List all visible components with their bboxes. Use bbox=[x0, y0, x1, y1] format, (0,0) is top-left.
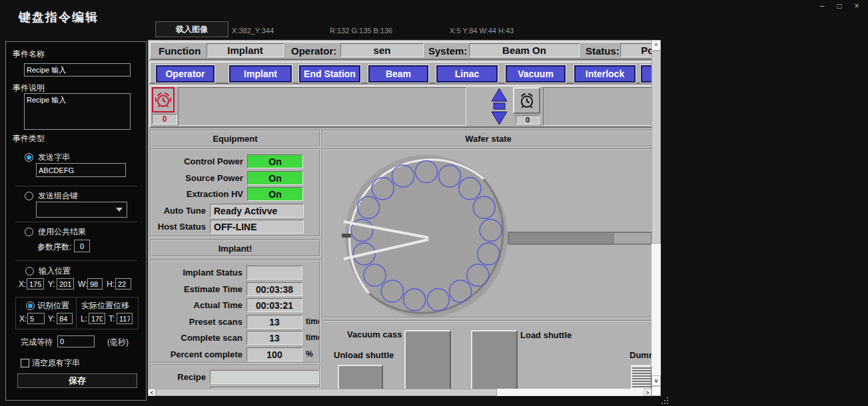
function-label: Function bbox=[159, 45, 201, 57]
alarm-button-right[interactable] bbox=[513, 87, 540, 114]
nav-button-operator[interactable]: Operator bbox=[156, 65, 215, 83]
wafer-state-panel bbox=[322, 148, 651, 318]
wait-input[interactable] bbox=[57, 335, 95, 347]
recog-pos-radio[interactable] bbox=[26, 302, 35, 310]
nav-button-end-station[interactable]: End Station bbox=[299, 65, 360, 83]
actual-offset-label: 实际位置位移 bbox=[81, 300, 129, 311]
scroll-up-button[interactable]: ^ bbox=[651, 40, 661, 51]
recipe-panel: Recipe bbox=[150, 365, 320, 389]
recog-pos-x[interactable] bbox=[27, 313, 45, 324]
alarm-count-left: 0 bbox=[152, 114, 177, 124]
cursor-position-readout: X:382_Y:344 bbox=[232, 27, 274, 35]
recipe-label: Recipe bbox=[151, 370, 210, 384]
recipe-value bbox=[210, 370, 319, 384]
load-image-button[interactable]: 载入图像 bbox=[155, 21, 228, 37]
event-type-label: 事件类型 bbox=[13, 133, 45, 144]
save-button[interactable]: 保存 bbox=[17, 373, 137, 388]
alarm-button-left[interactable] bbox=[152, 87, 175, 112]
horizontal-scroll-thumb[interactable] bbox=[156, 389, 497, 396]
host-status-value: OFF-LINE bbox=[210, 220, 304, 234]
input-pos-radio[interactable] bbox=[25, 267, 34, 276]
input-pos-y[interactable] bbox=[57, 278, 74, 290]
vertical-scrollbar[interactable]: ^ v bbox=[651, 40, 661, 386]
w-label: W: bbox=[78, 280, 87, 289]
resize-grip-icon[interactable] bbox=[661, 397, 669, 405]
separator bbox=[15, 260, 137, 261]
chevron-down-icon bbox=[116, 208, 123, 212]
implant-row-label: Complete scan bbox=[151, 331, 246, 345]
scroll-left-button[interactable]: < bbox=[148, 389, 156, 396]
nav-button-interlock[interactable]: Interlock bbox=[574, 65, 636, 83]
param-index-input[interactable] bbox=[74, 240, 90, 252]
input-pos-x[interactable] bbox=[27, 278, 44, 290]
l-label: L: bbox=[81, 314, 87, 323]
extraction-hv-value: On bbox=[247, 187, 303, 201]
app-window: 键盘指令编辑 – □ × 载入图像 X:382_Y:344 R:132 G:13… bbox=[0, 0, 868, 406]
alarm-scroll-spinner[interactable] bbox=[492, 89, 507, 124]
input-pos-label: 输入位置 bbox=[39, 266, 71, 277]
rgb-readout: R:132 G:135 B:136 bbox=[330, 27, 392, 35]
send-string-radio[interactable] bbox=[25, 153, 33, 162]
send-string-input[interactable] bbox=[36, 163, 126, 177]
alarm-clock-icon bbox=[155, 91, 172, 108]
clear-string-label: 清空原有字串 bbox=[32, 357, 80, 369]
editor-panel: 事件名称 事件说明 Recipe 输入 事件类型 发送字串 发送组合键 使用公共… bbox=[5, 41, 147, 401]
equipment-row-label: Host Status bbox=[151, 220, 210, 234]
use-public-radio[interactable] bbox=[25, 228, 33, 236]
nav-bar: Operator Implant End Station Beam Linac … bbox=[149, 61, 651, 84]
preset-scans-value: 13 bbox=[246, 315, 302, 329]
equipment-title: Equipment bbox=[150, 130, 320, 147]
horizontal-scrollbar[interactable]: < > bbox=[148, 389, 651, 396]
input-pos-w[interactable] bbox=[87, 278, 103, 290]
operator-value: sen bbox=[340, 43, 424, 57]
complete-scan-value: 13 bbox=[246, 331, 302, 345]
x-label: X: bbox=[19, 314, 27, 323]
minimize-button[interactable]: – bbox=[817, 1, 827, 11]
scroll-right-button[interactable]: > bbox=[644, 389, 651, 396]
wafer-carousel-graphic bbox=[323, 150, 651, 317]
combo-key-dropdown[interactable] bbox=[36, 202, 127, 218]
nav-button-vacuum[interactable]: Vacuum bbox=[506, 65, 566, 83]
notch-marker bbox=[342, 234, 351, 238]
send-combo-radio[interactable] bbox=[25, 192, 33, 200]
nav-button-implant[interactable]: Implant bbox=[229, 65, 292, 83]
separator bbox=[15, 186, 137, 186]
vertical-scroll-thumb[interactable] bbox=[651, 51, 661, 244]
maximize-button[interactable]: □ bbox=[835, 1, 844, 11]
input-pos-h[interactable] bbox=[115, 278, 131, 290]
equipment-row-label: Extraction HV bbox=[151, 187, 247, 201]
offset-t[interactable] bbox=[117, 313, 133, 324]
window-controls: – □ × bbox=[817, 1, 861, 11]
unload-shuttle-label: Unload shuttle bbox=[334, 350, 394, 360]
complete-scan-unit: time bbox=[306, 333, 320, 342]
source-power-value: On bbox=[247, 171, 303, 185]
divider bbox=[76, 297, 77, 328]
y-label: Y: bbox=[48, 314, 55, 323]
implant-panel: Implant Status Estimate Time 00:03:38 Ac… bbox=[150, 260, 320, 363]
event-name-label: 事件名称 bbox=[13, 49, 45, 60]
offset-l[interactable] bbox=[89, 313, 105, 324]
status-header-bar: Function Implant Operator: sen System: B… bbox=[149, 41, 651, 60]
beamline-bar-end bbox=[614, 233, 651, 244]
implant-row-label: Actual Time bbox=[151, 298, 246, 312]
clear-string-checkbox[interactable] bbox=[21, 359, 29, 367]
scroll-down-button[interactable]: v bbox=[651, 375, 661, 386]
alarm-bar: 0 0 bbox=[149, 85, 651, 128]
vacuum-cass-box bbox=[404, 330, 451, 389]
status-value: Pos bbox=[620, 43, 651, 57]
event-desc-label: 事件说明 bbox=[13, 83, 45, 94]
nav-button-partial[interactable] bbox=[641, 65, 651, 83]
t-label: T: bbox=[109, 314, 115, 323]
implant-status-value bbox=[246, 266, 302, 280]
event-name-input[interactable] bbox=[24, 63, 131, 77]
event-desc-textarea[interactable]: Recipe 输入 bbox=[24, 93, 131, 130]
alarm-message-area bbox=[178, 87, 466, 126]
nav-button-beam[interactable]: Beam bbox=[368, 65, 428, 83]
close-button[interactable]: × bbox=[852, 1, 861, 11]
equipment-row-label: Control Power bbox=[151, 154, 247, 168]
nav-button-linac[interactable]: Linac bbox=[436, 65, 498, 83]
dummy-cassette-box bbox=[631, 365, 651, 389]
recog-pos-y[interactable] bbox=[57, 313, 73, 324]
equipment-row-label: Auto Tune bbox=[151, 204, 210, 218]
equipment-panel: Control Power On Source Power On Extract… bbox=[150, 148, 320, 237]
